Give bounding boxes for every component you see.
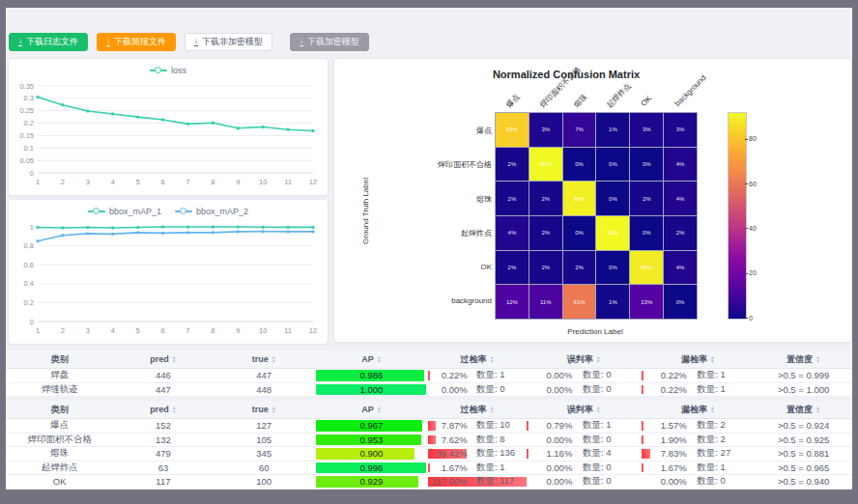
column-header-5[interactable]: 误判率▲▼ — [527, 401, 642, 418]
heatmap-cell: 0% — [596, 148, 629, 182]
heatmap-cell-value: 2% — [508, 161, 517, 167]
legend-item-loss[interactable]: loss — [150, 66, 186, 75]
sort-caret[interactable]: ▲▼ — [596, 355, 601, 363]
column-header-4[interactable]: 过检率▲▼ — [428, 350, 527, 368]
svg-text:12: 12 — [309, 326, 317, 335]
ap-value: 0.996 — [315, 462, 428, 473]
true-value: 127 — [256, 420, 272, 431]
heatmap-cell-value: 2% — [643, 196, 651, 202]
colorbar-tick-label: 40 — [749, 225, 757, 232]
loss-chart-legend: loss — [9, 61, 328, 80]
download-log-file-button[interactable]: ↓下载日志文件 — [9, 33, 88, 51]
svg-text:2: 2 — [61, 178, 65, 186]
download-encrypted-model-button[interactable]: ↓下载加密模型 — [290, 33, 369, 51]
sort-caret[interactable]: ▲▼ — [272, 355, 276, 363]
svg-text:8: 8 — [211, 326, 214, 335]
column-header-label: true — [252, 354, 269, 364]
category-cell: OK — [6, 475, 113, 489]
heatmap-cell: 7% — [563, 113, 596, 147]
true-cell: 105 — [214, 434, 315, 447]
heatmap-cell: 4% — [664, 251, 697, 285]
svg-text:0: 0 — [30, 169, 34, 178]
colorbar-tick-label: 80 — [749, 135, 757, 142]
rate-percent: 7.83% — [642, 448, 687, 459]
table-row: 焊缝轨迹4474481.0000.00%数量: 00.00%数量: 00.22%… — [6, 383, 852, 398]
column-header-0: 类别 — [6, 401, 113, 418]
download-report-file-button[interactable]: ↓下载简报文件 — [97, 33, 176, 51]
sort-caret[interactable]: ▲▼ — [377, 406, 382, 413]
heatmap-cell: 13% — [630, 285, 663, 319]
heatmap-cell-value: 83% — [506, 126, 518, 132]
svg-text:0.35: 0.35 — [19, 82, 34, 91]
legend-label: bbox_mAP_1 — [109, 207, 161, 216]
misjudge-rate-cell: 0.00%数量: 0 — [527, 434, 642, 447]
misjudge-rate-cell: 0.79%数量: 1 — [527, 419, 642, 433]
cm-col-label: OK — [640, 94, 654, 108]
miss-rate-cell: 1.67%数量: 1 — [642, 462, 755, 475]
cm-col-label: 熔珠 — [571, 92, 589, 110]
rate-percent: 117.00% — [428, 476, 468, 487]
column-header-3[interactable]: AP▲▼ — [315, 350, 428, 368]
rate-count: 数量: 117 — [476, 475, 514, 488]
misjudge-rate-cell: 0.00%数量: 0 — [527, 383, 642, 397]
sort-caret[interactable]: ▲▼ — [272, 406, 276, 413]
column-header-1[interactable]: pred▲▼ — [113, 350, 213, 368]
column-header-7[interactable]: 置信度▲▼ — [755, 401, 852, 418]
legend-label: bbox_mAP_2 — [196, 207, 248, 216]
overkill-rate-cell: 0.00%数量: 0 — [428, 383, 527, 397]
sort-caret[interactable]: ▲▼ — [172, 406, 177, 413]
table-header-row: 类别pred▲▼true▲▼AP▲▼过检率▲▼误判率▲▼漏检率▲▼置信度▲▼ — [6, 401, 852, 419]
svg-text:0: 0 — [30, 318, 34, 326]
rate-count: 数量: 10 — [476, 419, 510, 432]
column-header-3[interactable]: AP▲▼ — [315, 401, 428, 418]
heatmap-cell: 2% — [563, 251, 596, 285]
sort-caret[interactable]: ▲▼ — [815, 355, 820, 363]
column-header-2[interactable]: true▲▼ — [214, 350, 315, 368]
sort-caret[interactable]: ▲▼ — [596, 406, 601, 413]
heatmap-cell: 2% — [496, 182, 529, 215]
pred-value: 117 — [156, 476, 170, 487]
column-header-6[interactable]: 漏检率▲▼ — [642, 401, 755, 418]
sort-caret[interactable]: ▲▼ — [815, 406, 820, 413]
confidence-cell: >0.5 = 0.965 — [755, 462, 852, 475]
sort-caret[interactable]: ▲▼ — [489, 406, 494, 413]
heatmap-cell-value: 0% — [609, 196, 617, 202]
svg-text:9: 9 — [236, 326, 240, 335]
heatmap-cell-value: 12% — [506, 299, 518, 305]
column-header-6[interactable]: 漏检率▲▼ — [642, 350, 755, 368]
legend-item-bbox_mAP_1[interactable]: bbox_mAP_1 — [88, 207, 161, 216]
heatmap-cell-value: 13% — [641, 299, 652, 305]
download-unencrypted-model-button[interactable]: ↓下载非加密模型 — [185, 33, 272, 51]
sort-caret[interactable]: ▲▼ — [489, 355, 494, 363]
sort-caret[interactable]: ▲▼ — [172, 355, 177, 363]
column-header-5[interactable]: 误判率▲▼ — [527, 350, 642, 368]
sort-caret[interactable]: ▲▼ — [377, 355, 382, 363]
svg-text:9: 9 — [236, 178, 240, 186]
column-header-1[interactable]: pred▲▼ — [113, 401, 213, 418]
cm-row-label: OK — [354, 263, 492, 271]
sort-caret[interactable]: ▲▼ — [710, 355, 715, 363]
pred-value: 132 — [156, 434, 171, 445]
svg-text:10: 10 — [259, 326, 267, 335]
svg-text:0.15: 0.15 — [19, 131, 34, 140]
ap-value: 0.953 — [315, 434, 428, 445]
category-label: OK — [53, 476, 67, 487]
button-label: 下载简报文件 — [114, 38, 166, 46]
column-header-label: 漏检率 — [681, 404, 707, 416]
column-header-4[interactable]: 过检率▲▼ — [428, 401, 527, 418]
confidence-cell: >0.5 = 0.999 — [755, 369, 852, 382]
sort-caret[interactable]: ▲▼ — [710, 406, 715, 413]
ap-value: 0.900 — [315, 448, 428, 459]
svg-text:0.05: 0.05 — [19, 156, 34, 165]
column-header-7[interactable]: 置信度▲▼ — [755, 350, 852, 368]
svg-text:0.1: 0.1 — [24, 144, 34, 153]
column-header-2[interactable]: true▲▼ — [214, 401, 315, 418]
confusion-matrix-card: Normalized Confusion Matrix Ground Truth… — [333, 58, 852, 343]
heatmap-cell-value: 3% — [643, 126, 651, 132]
heatmap-cell-value: 11% — [540, 299, 552, 305]
toolbar: ↓下载日志文件↓下载简报文件↓下载非加密模型↓下载加密模型 — [9, 33, 369, 51]
legend-item-bbox_mAP_2[interactable]: bbox_mAP_2 — [175, 207, 248, 216]
svg-text:0.8: 0.8 — [24, 241, 34, 250]
button-label: 下载加密模型 — [307, 38, 359, 46]
heatmap-cell-value: 0% — [575, 230, 584, 236]
